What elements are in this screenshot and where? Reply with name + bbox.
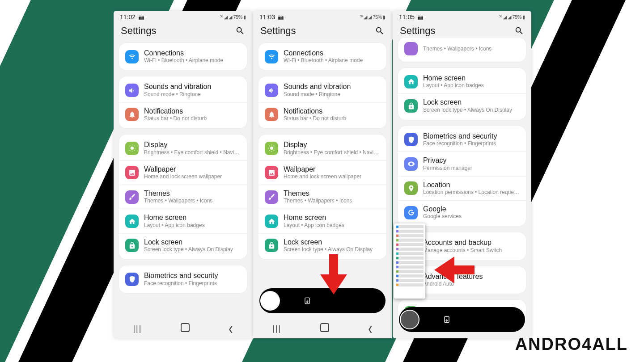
settings-row-title: Home screen: [284, 214, 344, 222]
sun-icon: [265, 142, 278, 155]
settings-row-wallpaper[interactable]: WallpaperHome and lock screen wallpaper: [119, 160, 247, 185]
settings-row-title: Wallpaper: [284, 165, 361, 173]
settings-row-title: Sounds and vibration: [284, 83, 351, 91]
settings-row-title: Display: [284, 141, 380, 149]
phone-screenshot-2: 11:03📷⁵⁶ ◢ ◢ 75% ▮SettingsConnectionsWi-…: [253, 11, 392, 338]
settings-row-privacy[interactable]: PrivacyPermission manager: [398, 152, 526, 176]
settings-row-google[interactable]: GoogleGoogle services: [398, 200, 526, 224]
settings-row-wallpaper[interactable]: WallpaperHome and lock screen wallpaper: [258, 160, 386, 185]
phone-screenshot-3: 11:05📷⁵⁶ ◢ ◢ 75% ▮SettingsThemes • Wallp…: [393, 11, 531, 338]
nav-back-icon[interactable]: ‹: [229, 319, 233, 339]
settings-row-location[interactable]: LocationLocation permissions • Location …: [398, 176, 526, 200]
status-bar: 11:03📷⁵⁶ ◢ ◢ 75% ▮: [253, 11, 392, 21]
status-icons: ⁵⁶ ◢ ◢ 75% ▮: [499, 14, 525, 20]
settings-row-sub: Layout • App icon badges: [284, 222, 344, 229]
settings-row-connections[interactable]: ConnectionsWi-Fi • Bluetooth • Airplane …: [119, 45, 247, 68]
settings-row-biometrics[interactable]: Biometrics and securityFace recognition …: [398, 128, 526, 152]
share-icon[interactable]: [368, 296, 377, 305]
settings-row-title: Advanced features: [423, 273, 483, 281]
settings-row-title: Location: [423, 181, 520, 189]
settings-row-sub: Sound mode • Ringtone: [144, 91, 211, 98]
home-icon: [125, 215, 139, 228]
camera-icon: 📷: [278, 14, 284, 20]
settings-row-sub: Face recognition • Fingerprints: [423, 140, 497, 147]
shield-icon: [404, 133, 418, 146]
settings-row-homescreen[interactable]: Home screenLayout • App icon badges: [119, 209, 247, 233]
settings-row-sub: Themes • Wallpapers • Icons: [144, 198, 212, 204]
clock: 11:02: [120, 13, 136, 21]
settings-row-sub: Permission manager: [423, 165, 472, 172]
settings-row-biometrics[interactable]: Biometrics and securityFace recognition …: [119, 267, 247, 291]
settings-row-sub: Layout • App icon badges: [423, 82, 484, 89]
settings-row-sub: Wi-Fi • Bluetooth • Airplane mode: [284, 57, 363, 64]
settings-row-title: Lock screen: [423, 98, 512, 106]
share-icon[interactable]: [507, 315, 516, 324]
bell-icon: [265, 108, 278, 121]
settings-row-title: Lock screen: [284, 238, 373, 246]
lock-icon: [125, 239, 139, 252]
brand-text: ANDRO4ALL: [515, 335, 628, 354]
nav-recents-icon[interactable]: |||: [133, 324, 142, 333]
scroll-capture-icon[interactable]: [442, 315, 451, 324]
settings-row-sub: Face recognition • Fingerprints: [144, 280, 218, 287]
settings-row-themes[interactable]: Themes • Wallpapers • Icons: [398, 38, 526, 60]
settings-row-title: Themes: [284, 189, 352, 198]
scroll-capture-icon[interactable]: [303, 296, 312, 305]
brush-icon: [125, 190, 139, 204]
settings-row-themes[interactable]: ThemesThemes • Wallpapers • Icons: [119, 185, 247, 209]
settings-row-sounds[interactable]: Sounds and vibrationSound mode • Rington…: [258, 78, 386, 102]
nav-back-icon[interactable]: ‹: [368, 319, 372, 339]
settings-row-title: Google: [423, 205, 462, 213]
settings-row-homescreen[interactable]: Home screenLayout • App icon badges: [398, 70, 526, 93]
settings-row-sub: Location permissions • Location requests: [423, 189, 520, 196]
settings-row-sub: Android Auto: [423, 281, 483, 287]
scroll-preview[interactable]: [394, 223, 425, 299]
sound-icon: [265, 84, 278, 97]
wifi-icon: [125, 50, 139, 63]
settings-row-title: Connections: [284, 49, 363, 57]
g-icon: [404, 206, 418, 219]
screenshot-thumbnail[interactable]: [261, 292, 279, 310]
crop-icon[interactable]: [475, 315, 483, 324]
lock-icon: [404, 99, 418, 113]
crop-icon[interactable]: [335, 296, 344, 305]
settings-row-sub: Home and lock screen wallpaper: [144, 173, 222, 180]
settings-row-themes[interactable]: ThemesThemes • Wallpapers • Icons: [258, 185, 386, 209]
android-nav-bar: |||‹: [253, 319, 392, 338]
settings-row-display[interactable]: DisplayBrightness • Eye comfort shield •…: [119, 136, 247, 160]
search-icon[interactable]: [375, 26, 385, 36]
search-icon[interactable]: [235, 26, 245, 36]
screenshot-toolbar: [259, 288, 386, 313]
settings-row-sub: Home and lock screen wallpaper: [284, 173, 361, 180]
sun-icon: [125, 142, 139, 155]
brush-icon: [404, 42, 418, 55]
clock: 11:03: [259, 13, 275, 21]
nav-home-icon[interactable]: [320, 323, 329, 334]
settings-row-lockscreen[interactable]: Lock screenScreen lock type • Always On …: [119, 233, 247, 257]
bell-icon: [125, 108, 139, 121]
search-icon[interactable]: [514, 26, 524, 36]
brush-icon: [265, 190, 278, 204]
settings-row-connections[interactable]: ConnectionsWi-Fi • Bluetooth • Airplane …: [258, 45, 386, 68]
settings-row-sounds[interactable]: Sounds and vibrationSound mode • Rington…: [119, 78, 247, 102]
phone-screenshot-1: 11:02📷⁵⁶ ◢ ◢ 75% ▮SettingsConnectionsWi-…: [114, 11, 252, 338]
settings-row-display[interactable]: DisplayBrightness • Eye comfort shield •…: [258, 136, 386, 160]
nav-home-icon[interactable]: [181, 323, 190, 334]
page-title: Settings: [400, 25, 436, 37]
settings-row-notifications[interactable]: NotificationsStatus bar • Do not disturb: [258, 102, 386, 126]
settings-row-sub: Layout • App icon badges: [144, 222, 205, 229]
clock: 11:05: [399, 13, 415, 21]
settings-row-title: Privacy: [423, 156, 472, 164]
sound-icon: [125, 84, 139, 97]
settings-row-sub: Google services: [423, 213, 462, 220]
settings-row-title: Biometrics and security: [144, 272, 218, 280]
settings-row-lockscreen[interactable]: Lock screenScreen lock type • Always On …: [398, 93, 526, 118]
screenshot-thumbnail[interactable]: [401, 311, 419, 328]
settings-row-title: Display: [144, 141, 241, 149]
settings-row-lockscreen[interactable]: Lock screenScreen lock type • Always On …: [258, 233, 386, 257]
settings-row-notifications[interactable]: NotificationsStatus bar • Do not disturb: [119, 102, 247, 126]
settings-row-sub: Screen lock type • Always On Display: [423, 107, 512, 114]
settings-row-homescreen[interactable]: Home screenLayout • App icon badges: [258, 209, 386, 233]
settings-row-title: Home screen: [144, 214, 205, 222]
nav-recents-icon[interactable]: |||: [272, 324, 281, 333]
